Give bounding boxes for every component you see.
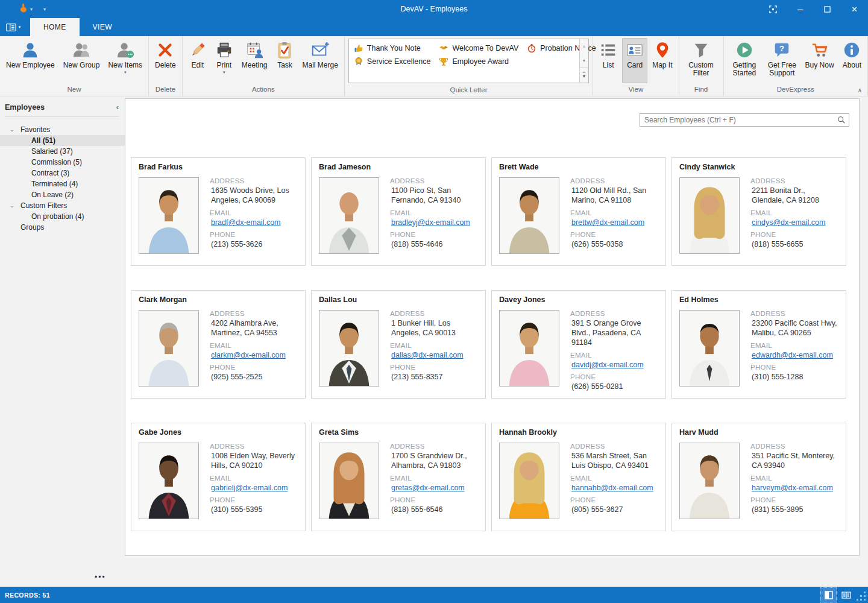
meeting-button[interactable]: Meeting [238,38,271,83]
group-caption-devexpress: DevExpress [724,84,868,96]
employee-name: Davey Jones [499,295,658,304]
reading-view-toggle-icon[interactable] [837,587,855,603]
employee-card[interactable]: Brad Jameson ADDRESS 1100 Pico St, San F… [311,157,486,266]
employee-name: Clark Morgan [139,295,298,304]
gallery-expand-icon[interactable]: ▔▼ [580,68,589,83]
employee-card[interactable]: Greta Sims ADDRESS 1700 S Grandview Dr.,… [311,423,486,531]
employee-card[interactable]: Davey Jones ADDRESS 391 S Orange Grove B… [491,290,666,399]
gallery-scroll-down-icon[interactable]: ▼ [580,54,589,68]
module-tabs-overflow[interactable]: ••• [95,573,106,581]
quick-letter-gallery: Thank You Note Service Excellence Welcom… [348,39,589,83]
quick-letter-item[interactable]: Employee Award [435,55,523,68]
employee-card[interactable]: Hannah Brookly ADDRESS 536 Marsh Street,… [491,423,666,531]
delete-button[interactable]: Delete [151,38,180,83]
sidebar-tree-item[interactable]: ⌄ Groups [0,222,125,233]
employee-phone: (213) 555-3626 [211,239,298,249]
sidebar-tree-item[interactable]: ⌄ Contract (3) [0,168,125,178]
address-label: ADDRESS [750,310,838,317]
search-icon[interactable] [837,116,846,127]
about-button[interactable]: About [839,38,865,83]
employee-card[interactable]: Gabe Jones ADDRESS 1008 Elden Way, Bever… [131,423,306,531]
sidebar-tree-item[interactable]: ⌄ Salaried (37) [0,146,125,157]
search-box [640,113,849,127]
employee-card[interactable]: Cindy Stanwick ADDRESS 2211 Bonita Dr., … [671,157,846,266]
quick-letter-item[interactable]: Welcome To DevAV [435,42,523,55]
employee-photo [679,310,740,387]
quick-letter-item[interactable]: Probation Notice [523,42,600,55]
close-button[interactable]: ✕ [841,0,868,18]
employee-email-link[interactable]: hannahb@dx-email.com [571,484,653,492]
maximize-button[interactable] [814,0,841,18]
getting-started-button[interactable]: Getting Started [726,38,763,83]
address-label: ADDRESS [390,443,478,450]
quick-letter-item[interactable]: Service Excellence [350,55,436,68]
title-bar: ▾ ▾ DevAV - Employees ─ ✕ [0,0,868,18]
task-icon [275,40,294,60]
employee-email-link[interactable]: dallas@dx-email.com [391,351,464,359]
quick-letter-item[interactable]: Thank You Note [350,42,436,55]
employee-phone: (925) 555-2525 [211,372,298,382]
employee-card[interactable]: Brett Wade ADDRESS 1120 Old Mill Rd., Sa… [491,157,666,266]
sidebar-tree-item[interactable]: ⌄ Terminated (4) [0,178,125,189]
employee-email-link[interactable]: cindys@dx-email.com [752,218,825,227]
new-employee-button[interactable]: New Employee [2,38,58,83]
tab-home[interactable]: HOME [30,18,80,36]
print-button[interactable]: Print ▾ [212,38,237,83]
employee-email-link[interactable]: bradf@dx-email.com [211,218,281,227]
address-label: ADDRESS [390,177,478,185]
employee-address: 1008 Elden Way, Beverly Hills, CA 90210 [211,451,298,470]
app-menu-button[interactable]: ▾ [0,18,27,36]
sidebar-tree-item[interactable]: ⌄ All (51) [0,135,125,146]
employee-email-link[interactable]: gretas@dx-email.com [391,484,465,492]
sidebar-collapse-icon[interactable]: ‹ [116,104,119,110]
hand-pointer-icon[interactable] [18,3,28,15]
sidebar-tree-item[interactable]: ⌄ Custom Filters [0,200,125,211]
get-free-support-button[interactable]: ? Get Free Support [764,38,800,83]
minimize-button[interactable]: ─ [787,0,814,18]
new-items-icon [116,40,134,60]
buy-now-button[interactable]: Buy Now [802,38,838,83]
qat-customize-arrow-icon[interactable]: ▾ [43,7,46,12]
card-view-toggle-icon[interactable] [820,587,837,603]
employee-card[interactable]: Brad Farkus ADDRESS 1635 Woods Drive, Lo… [131,157,306,266]
employee-email-link[interactable]: edwardh@dx-email.com [752,351,833,359]
employee-email-link[interactable]: harveym@dx-email.com [752,484,833,492]
dropdown-arrow-icon[interactable]: ▾ [30,7,33,12]
employee-card[interactable]: Ed Holmes ADDRESS 23200 Pacific Coast Hw… [671,290,846,399]
employee-card[interactable]: Clark Morgan ADDRESS 4202 Alhambra Ave, … [131,290,306,399]
tab-view[interactable]: VIEW [80,18,125,36]
ribbon-group-new: New Employee New Group New Items ▾ New [0,36,149,96]
sidebar-tree-item[interactable]: ⌄ Commission (5) [0,157,125,168]
email-label: EMAIL [210,342,298,349]
card-view-button[interactable]: Card [622,38,647,83]
ribbon-collapse-icon[interactable]: ∧ [858,87,862,93]
employee-email-link[interactable]: bradleyj@dx-email.com [391,218,470,227]
search-input[interactable] [640,116,849,124]
map-pin-icon [653,40,671,60]
employee-phone: (310) 555-5395 [211,505,298,514]
task-button[interactable]: Task [272,38,297,83]
employee-email-link[interactable]: davidj@dx-email.com [571,361,644,369]
sidebar-tree-item[interactable]: ⌄ On probation (4) [0,211,125,222]
employee-card[interactable]: Dallas Lou ADDRESS 1 Bunker Hill, Los An… [311,290,486,399]
new-items-button[interactable]: New Items ▾ [104,38,146,83]
employee-email-link[interactable]: clarkm@dx-email.com [211,351,286,359]
chevron-down-icon[interactable]: ⌄ [10,127,20,133]
map-it-button[interactable]: Map It [649,38,676,83]
employee-card[interactable]: Harv Mudd ADDRESS 351 Pacific St, Monter… [671,423,846,531]
mail-merge-button[interactable]: Mail Merge [298,38,341,83]
email-label: EMAIL [210,475,298,482]
touch-mode-icon[interactable] [760,0,787,18]
list-view-button[interactable]: List [596,38,621,83]
employee-email-link[interactable]: gabrielj@dx-email.com [211,484,288,492]
gallery-scroll-up-icon[interactable]: ▲ [580,39,589,54]
sidebar-tree-item[interactable]: ⌄ Favorites [0,124,125,135]
edit-button[interactable]: Edit [185,38,210,83]
employee-address: 23200 Pacific Coast Hwy, Malibu, CA 9026… [752,318,838,338]
chevron-down-icon[interactable]: ⌄ [10,203,20,209]
employee-email-link[interactable]: brettw@dx-email.com [571,218,644,227]
custom-filter-button[interactable]: Custom Filter [682,38,721,83]
sidebar-tree-item[interactable]: ⌄ On Leave (2) [0,189,125,200]
resize-grip[interactable] [855,587,868,603]
new-group-button[interactable]: New Group [60,38,104,83]
